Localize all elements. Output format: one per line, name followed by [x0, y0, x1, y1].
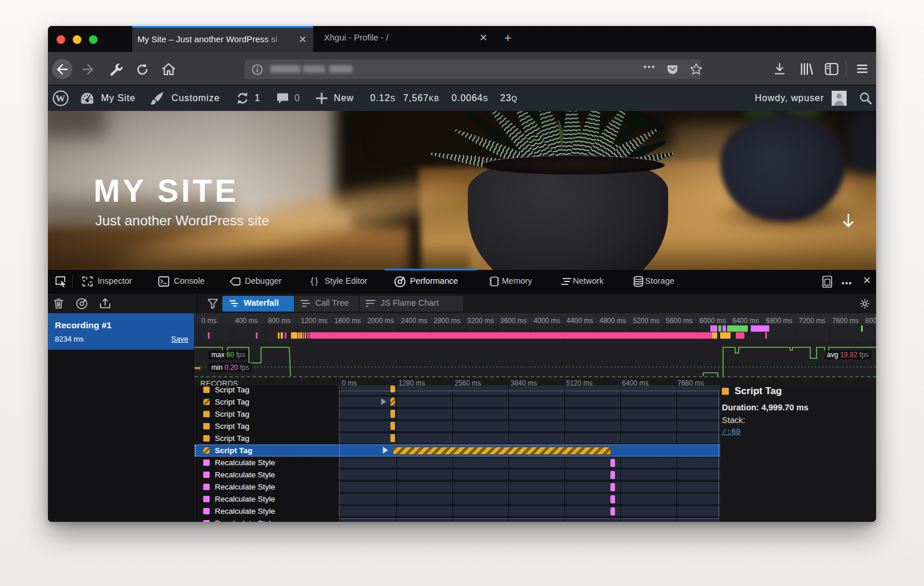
- svg-text:W: W: [55, 93, 65, 104]
